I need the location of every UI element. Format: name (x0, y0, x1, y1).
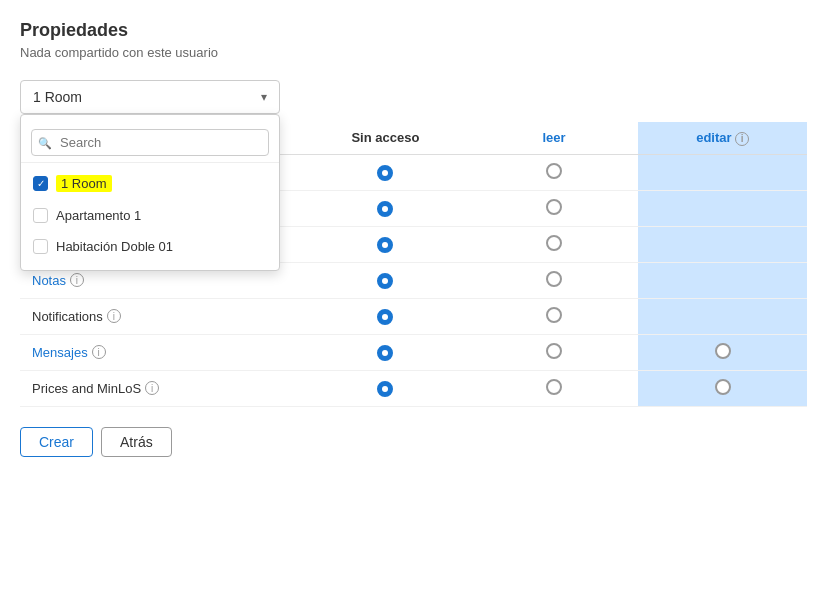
radio-empty-icon[interactable] (546, 235, 562, 251)
dropdown-menu: 1 Room Apartamento 1 Habitación Doble 01 (20, 114, 280, 271)
radio-sinacceso-notas[interactable] (301, 262, 470, 298)
radio-editar-informacion[interactable] (638, 154, 807, 190)
radio-empty-icon[interactable] (546, 307, 562, 323)
info-icon-mensajes[interactable]: i (92, 345, 106, 359)
footer-buttons: Crear Atrás (20, 427, 807, 457)
table-row: Mensajes i (20, 334, 807, 370)
checkbox-hab1[interactable] (33, 239, 48, 254)
radio-filled-icon[interactable] (377, 237, 393, 253)
dropdown-item-hab1[interactable]: Habitación Doble 01 (21, 231, 279, 262)
radio-editar-precio[interactable] (638, 226, 807, 262)
radio-empty-icon[interactable] (546, 163, 562, 179)
radio-sinacceso-informacion[interactable] (301, 154, 470, 190)
radio-empty-icon[interactable] (546, 199, 562, 215)
row-label-mensajes: Mensajes i (20, 334, 301, 370)
editar-info-icon[interactable]: i (735, 132, 749, 146)
info-icon-notas[interactable]: i (70, 273, 84, 287)
crear-button[interactable]: Crear (20, 427, 93, 457)
radio-sinacceso-mensajes[interactable] (301, 334, 470, 370)
radio-sinacceso-contacto[interactable] (301, 190, 470, 226)
radio-filled-icon[interactable] (377, 201, 393, 217)
radio-filled-icon[interactable] (377, 381, 393, 397)
col-header-leer: leer (470, 122, 639, 154)
radio-filled-icon[interactable] (377, 273, 393, 289)
radio-leer-mensajes[interactable] (470, 334, 639, 370)
checkbox-1room[interactable] (33, 176, 48, 191)
property-dropdown[interactable]: 1 Room ▾ (20, 80, 280, 114)
table-row: Prices and MinLoS i (20, 370, 807, 406)
chevron-down-icon: ▾ (261, 90, 267, 104)
editar-label: editar (696, 130, 731, 145)
radio-editar-contacto[interactable] (638, 190, 807, 226)
radio-empty-icon[interactable] (546, 343, 562, 359)
radio-leer-contacto[interactable] (470, 190, 639, 226)
radio-sinacceso-notifications[interactable] (301, 298, 470, 334)
search-input-wrap (31, 129, 269, 156)
radio-leer-notas[interactable] (470, 262, 639, 298)
item-label-1room: 1 Room (56, 175, 112, 192)
property-dropdown-wrapper[interactable]: 1 Room ▾ 1 Room Apartamento 1 Habitación… (20, 80, 280, 114)
search-box (21, 123, 279, 163)
checkbox-apt1[interactable] (33, 208, 48, 223)
radio-filled-icon[interactable] (377, 165, 393, 181)
radio-empty-icon[interactable] (715, 343, 731, 359)
radio-empty-icon[interactable] (546, 271, 562, 287)
col-header-editar: editar i (638, 122, 807, 154)
radio-leer-precio[interactable] (470, 226, 639, 262)
radio-editar-prices[interactable] (638, 370, 807, 406)
row-label-prices: Prices and MinLoS i (20, 370, 301, 406)
atras-button[interactable]: Atrás (101, 427, 172, 457)
page-container: Propiedades Nada compartido con este usu… (20, 20, 807, 457)
info-icon-notifications[interactable]: i (107, 309, 121, 323)
info-icon-prices[interactable]: i (145, 381, 159, 395)
search-input[interactable] (31, 129, 269, 156)
radio-filled-icon[interactable] (377, 309, 393, 325)
row-label-notifications: Notifications i (20, 298, 301, 334)
item-label-apt1: Apartamento 1 (56, 208, 141, 223)
page-title: Propiedades (20, 20, 807, 41)
radio-leer-informacion[interactable] (470, 154, 639, 190)
radio-editar-mensajes[interactable] (638, 334, 807, 370)
dropdown-selected-label: 1 Room (33, 89, 82, 105)
radio-editar-notifications[interactable] (638, 298, 807, 334)
radio-empty-icon[interactable] (715, 379, 731, 395)
dropdown-item-1room[interactable]: 1 Room (21, 167, 279, 200)
radio-sinacceso-prices[interactable] (301, 370, 470, 406)
radio-leer-notifications[interactable] (470, 298, 639, 334)
radio-filled-icon[interactable] (377, 345, 393, 361)
page-subtitle: Nada compartido con este usuario (20, 45, 807, 60)
radio-sinacceso-precio[interactable] (301, 226, 470, 262)
table-row: Notifications i (20, 298, 807, 334)
radio-editar-notas[interactable] (638, 262, 807, 298)
dropdown-item-apt1[interactable]: Apartamento 1 (21, 200, 279, 231)
item-label-hab1: Habitación Doble 01 (56, 239, 173, 254)
radio-empty-icon[interactable] (546, 379, 562, 395)
col-header-sinacceso: Sin acceso (301, 122, 470, 154)
radio-leer-prices[interactable] (470, 370, 639, 406)
